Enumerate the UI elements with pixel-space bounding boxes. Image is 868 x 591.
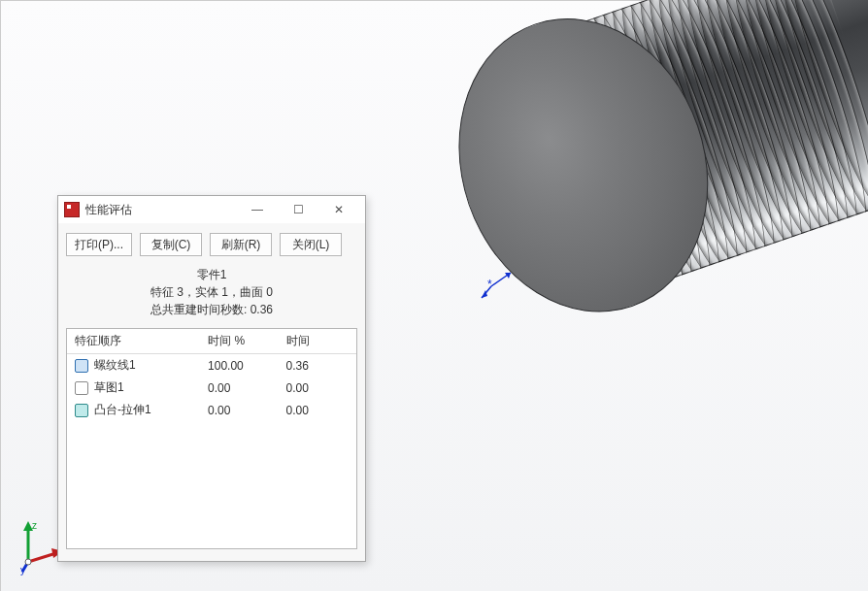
app-icon [64, 202, 80, 217]
close-window-button[interactable]: ✕ [318, 198, 359, 221]
header-time[interactable]: 时间 [279, 329, 356, 354]
refresh-button[interactable]: 刷新(R) [210, 233, 272, 256]
header-time-pct[interactable]: 时间 % [200, 329, 278, 354]
feature-pct: 0.00 [200, 377, 278, 399]
axis-z-label: z [32, 520, 37, 531]
print-button[interactable]: 打印(P)... [66, 233, 132, 256]
axis-y-label: y [20, 565, 25, 575]
extrude-icon [75, 404, 88, 417]
feature-time: 0.00 [279, 377, 356, 399]
table-row[interactable]: 螺纹线1100.000.36 [67, 354, 356, 378]
feature-name: 凸台-拉伸1 [94, 402, 151, 418]
header-feature-order[interactable]: 特征顺序 [67, 329, 200, 354]
table-row[interactable]: 草图10.000.00 [67, 377, 356, 399]
feature-time: 0.36 [279, 354, 356, 378]
minimize-button[interactable]: — [237, 198, 278, 221]
close-button[interactable]: 关闭(L) [280, 233, 342, 256]
model-cylinder [370, 0, 868, 412]
dialog-title: 性能评估 [85, 202, 237, 218]
feature-name: 草图1 [94, 379, 124, 396]
model-viewport[interactable]: * z y 性能评估 — ☐ ✕ 打印(P)... 复制(C) [0, 0, 868, 591]
copy-button[interactable]: 复制(C) [140, 233, 202, 256]
summary-block: 零件1 特征 3，实体 1，曲面 0 总共重建时间秒数: 0.36 [58, 262, 365, 328]
summary-part-name: 零件1 [58, 266, 365, 283]
thread-icon [75, 359, 88, 373]
svg-point-10 [25, 559, 31, 565]
feature-pct: 0.00 [200, 399, 278, 421]
feature-time: 0.00 [279, 399, 356, 421]
table-header-row: 特征顺序 时间 % 时间 [67, 329, 356, 354]
dialog-toolbar: 打印(P)... 复制(C) 刷新(R) 关闭(L) [58, 223, 365, 262]
table-row[interactable]: 凸台-拉伸10.000.00 [67, 399, 356, 421]
summary-counts: 特征 3，实体 1，曲面 0 [58, 283, 365, 301]
sketch-icon [75, 381, 88, 395]
summary-rebuild-time: 总共重建时间秒数: 0.36 [58, 301, 365, 318]
feature-name: 螺纹线1 [94, 357, 136, 374]
maximize-button[interactable]: ☐ [278, 198, 318, 221]
performance-eval-dialog: 性能评估 — ☐ ✕ 打印(P)... 复制(C) 刷新(R) 关闭(L) 零件… [57, 195, 366, 562]
dialog-titlebar[interactable]: 性能评估 — ☐ ✕ [58, 196, 365, 223]
feature-table[interactable]: 特征顺序 时间 % 时间 螺纹线1100.000.36草图10.000.00凸台… [66, 328, 357, 549]
feature-pct: 100.00 [200, 354, 278, 378]
